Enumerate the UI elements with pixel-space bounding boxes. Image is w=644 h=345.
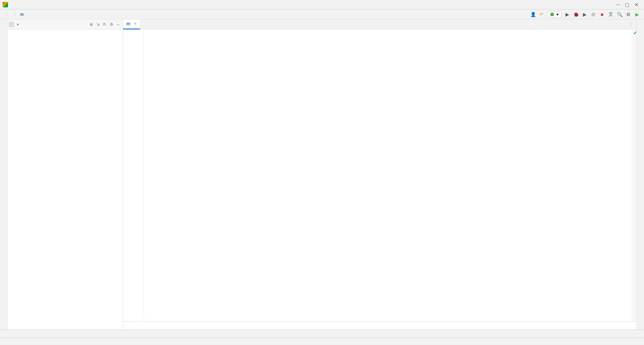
gutter[interactable]	[123, 30, 143, 322]
close-icon[interactable]: ✕	[635, 2, 639, 7]
status-bar	[0, 338, 644, 345]
left-tool-stripe	[0, 19, 7, 330]
more-icon[interactable]: ▶	[634, 11, 640, 18]
editor-body: ✔	[123, 30, 637, 322]
profile-button[interactable]: ⊙	[590, 11, 597, 18]
maximize-icon[interactable]: ▢	[625, 2, 629, 7]
breadcrumb-module[interactable]	[11, 14, 13, 15]
add-user-icon[interactable]: 👤	[530, 11, 536, 18]
stop-button[interactable]: ■	[599, 11, 605, 18]
project-panel: ▾ ⊕ ⇲ ⇱ ⚙ ─	[7, 19, 123, 330]
translate-icon[interactable]: 文	[607, 11, 614, 18]
back-icon[interactable]: ↶	[538, 11, 545, 18]
coverage-button[interactable]: ▶	[581, 11, 588, 18]
maven-file-icon: m	[20, 12, 24, 17]
tabs-more-icon[interactable]: ⋮	[625, 22, 637, 27]
right-tool-stripe	[637, 19, 644, 330]
collapse-icon[interactable]: ⇱	[101, 22, 108, 27]
bottom-tool-bar	[0, 330, 644, 338]
run-config-icon	[550, 13, 554, 16]
run-config-selector[interactable]: ▾	[547, 11, 561, 18]
debug-button[interactable]: 🐞	[573, 11, 579, 18]
search-icon[interactable]: 🔍	[616, 11, 623, 18]
run-button[interactable]: ▶	[564, 11, 571, 18]
tab-pom-xml[interactable]: m ×	[123, 19, 140, 30]
menubar: ─ ▢ ✕	[0, 0, 644, 9]
editor-area: m × ⋮ ✔	[123, 19, 637, 330]
hide-icon[interactable]: ─	[115, 22, 121, 27]
editor-tabs: m × ⋮	[123, 19, 637, 30]
app-icon	[3, 2, 8, 7]
breadcrumb-file[interactable]: m	[19, 11, 26, 17]
settings-icon[interactable]: ⚙	[625, 11, 632, 18]
minimize-icon[interactable]: ─	[616, 2, 620, 7]
editor-scrollbar[interactable]: ✔	[633, 30, 637, 322]
code-breadcrumb[interactable]	[123, 322, 637, 330]
window-controls: ─ ▢ ✕	[616, 2, 641, 7]
inspection-ok-icon[interactable]: ✔	[633, 30, 636, 34]
tab-close-icon[interactable]: ×	[134, 21, 137, 26]
navigation-bar: 〉 〉 m 👤 ↶ ▾ ▶ 🐞 ▶ ⊙ ■ 文 🔍 ⚙ ▶	[0, 9, 644, 19]
locate-icon[interactable]: ⊕	[88, 22, 95, 27]
code-editor[interactable]	[143, 30, 633, 322]
tree-settings-icon[interactable]: ⚙	[108, 22, 115, 27]
project-view-selector[interactable]: ▾	[17, 22, 19, 27]
maven-file-icon: m	[126, 21, 130, 26]
chevron-down-icon: ▾	[556, 12, 558, 17]
expand-icon[interactable]: ⇲	[95, 22, 101, 27]
breadcrumb-root[interactable]	[3, 14, 5, 15]
tool-window-icon[interactable]	[9, 22, 14, 27]
project-tree[interactable]	[7, 30, 123, 330]
project-header: ▾ ⊕ ⇲ ⇱ ⚙ ─	[7, 19, 123, 30]
